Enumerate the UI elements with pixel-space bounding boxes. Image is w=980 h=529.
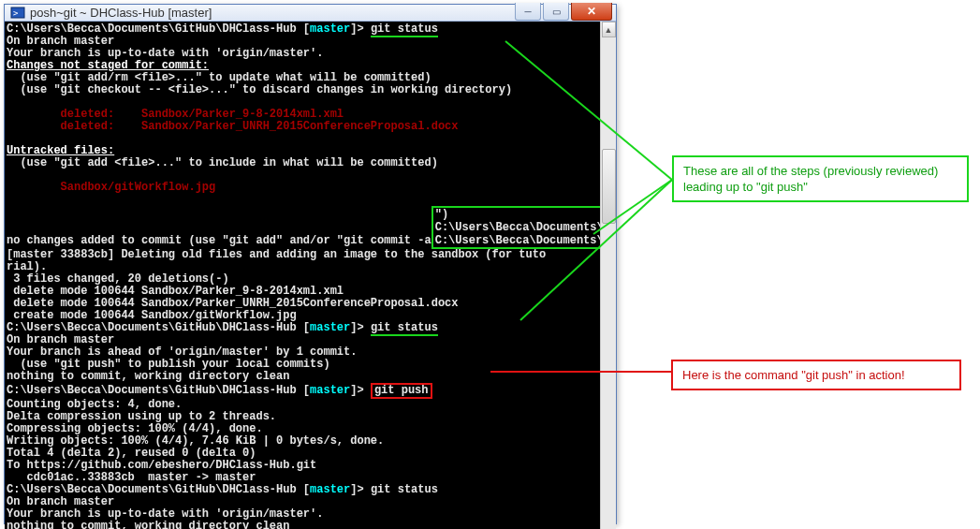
deleted-file: deleted: Sandbox/Parker_UNRH_2015Confere… xyxy=(7,120,458,133)
window-controls: ─ ▭ ✕ xyxy=(515,3,612,21)
branch-name: master xyxy=(310,22,350,36)
app-icon: > xyxy=(10,6,25,21)
minimize-button[interactable]: ─ xyxy=(515,3,541,21)
cmd-git-status: git status xyxy=(371,22,438,37)
annotation-green: These are all of the steps (previously r… xyxy=(672,155,969,202)
terminal-output[interactable]: C:\Users\Becca\Documents\GitHub\DHClass-… xyxy=(5,22,600,529)
window-title: posh~git ~ DHClass-Hub [master] xyxy=(30,6,515,20)
annotation-green-text: These are all of the steps (previously r… xyxy=(683,164,938,194)
annotation-red: Here is the command "git push" in action… xyxy=(671,360,961,390)
svg-text:>: > xyxy=(13,8,19,18)
close-button[interactable]: ✕ xyxy=(571,3,612,21)
untracked-file: Sandbox/gitWorkflow.jpg xyxy=(7,181,215,194)
scroll-thumb[interactable] xyxy=(602,149,616,224)
annotation-red-text: Here is the command "git push" in action… xyxy=(682,368,905,382)
scroll-up-button[interactable]: ▲ xyxy=(602,22,616,37)
cmd-git-status: git status xyxy=(371,321,438,336)
highlight-box-add: ") C:\Users\Becca\Documents\GitHub\DHCla… xyxy=(431,206,600,249)
titlebar[interactable]: > posh~git ~ DHClass-Hub [master] ─ ▭ ✕ xyxy=(5,5,616,22)
maximize-button[interactable]: ▭ xyxy=(543,3,569,21)
cmd-git-push: git push xyxy=(371,383,432,399)
deleted-file: deleted: Sandbox/Parker_9-8-2014xml.xml xyxy=(7,108,344,121)
vertical-scrollbar[interactable]: ▲ ▼ xyxy=(600,22,616,529)
prompt-path: C:\Users\Becca\Documents\GitHub\DHClass-… xyxy=(7,22,310,36)
terminal-window: > posh~git ~ DHClass-Hub [master] ─ ▭ ✕ … xyxy=(4,4,617,524)
